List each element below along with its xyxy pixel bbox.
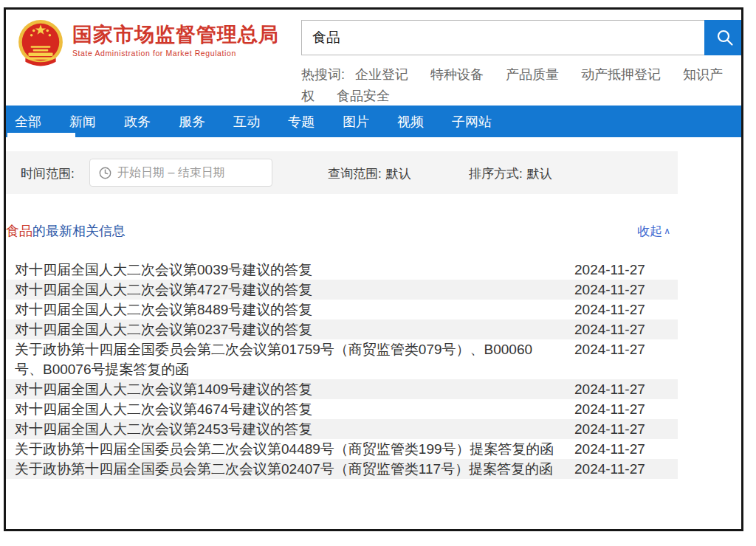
main-nav: 全部 新闻 政务 服务 互动 专题 图片 视频 子网站 [6,106,743,137]
active-tab-indicator [7,133,75,137]
result-row: 关于政协第十四届全国委员会第二次会议第04489号（商贸监管类199号）提案答复… [6,439,678,459]
national-emblem-icon [16,18,65,67]
tab-subsites[interactable]: 子网站 [452,113,492,131]
result-title[interactable]: 关于政协第十四届全国委员会第二次会议第01759号（商贸监管类079号）、B00… [6,339,556,379]
results-list: 对十四届全国人大二次会议第0039号建议的答复 2024-11-27 对十四届全… [6,260,678,479]
result-title[interactable]: 对十四届全国人大二次会议第8489号建议的答复 [6,300,556,319]
result-row: 关于政协第十四届全国委员会第二次会议第02407号（商贸监管类117号）提案答复… [6,459,678,479]
collapse-link[interactable]: 收起∧ [637,223,670,240]
result-row: 对十四届全国人大二次会议第1409号建议的答复 2024-11-27 [6,379,678,399]
result-row: 关于政协第十四届全国委员会第二次会议第01759号（商贸监管类079号）、B00… [6,339,678,379]
result-date: 2024-11-27 [556,459,678,479]
results-title-suffix: 的最新相关信息 [32,224,126,238]
hot-word-enterprise-registration[interactable]: 企业登记 [355,67,408,82]
search-input[interactable] [301,20,704,55]
tab-videos[interactable]: 视频 [397,113,424,131]
result-row: 对十四届全国人大二次会议第0237号建议的答复 2024-11-27 [6,319,678,339]
result-title[interactable]: 对十四届全国人大二次会议第0039号建议的答复 [6,260,556,280]
sort-mode-value: 默认 [527,167,552,181]
result-date: 2024-11-27 [556,439,678,459]
results-title: 食品的最新相关信息 [6,222,126,240]
tab-interaction[interactable]: 互动 [233,113,260,131]
result-title[interactable]: 对十四届全国人大二次会议第4674号建议的答复 [6,399,556,419]
tab-government-affairs[interactable]: 政务 [124,113,151,131]
hot-search-words: 热搜词:企业登记特种设备产品质量动产抵押登记知识产权食品安全 [301,64,726,107]
results-section-header: 食品的最新相关信息 收起∧ [6,222,678,240]
tab-images[interactable]: 图片 [343,113,369,131]
hot-word-food-safety[interactable]: 食品安全 [337,89,390,103]
sort-mode-control[interactable]: 排序方式:默认 [469,165,552,182]
result-row: 对十四届全国人大二次会议第0039号建议的答复 2024-11-27 [6,260,678,280]
tab-services[interactable]: 服务 [179,113,205,131]
query-scope-label: 查询范围: [328,167,382,181]
result-title[interactable]: 对十四届全国人大二次会议第2453号建议的答复 [6,419,556,439]
filter-bar: 时间范围: 开始日期 – 结束日期 查询范围:默认 排序方式:默认 [6,151,678,194]
date-range-picker[interactable]: 开始日期 – 结束日期 [89,159,272,187]
org-subtitle: State Administration for Market Regulati… [72,49,279,58]
tab-news[interactable]: 新闻 [69,113,96,131]
search-icon [715,28,735,47]
result-title[interactable]: 关于政协第十四届全国委员会第二次会议第04489号（商贸监管类199号）提案答复… [6,439,556,459]
result-date: 2024-11-27 [556,280,678,300]
result-row: 对十四届全国人大二次会议第4727号建议的答复 2024-11-27 [6,280,678,300]
window-frame: 国家市场监督管理总局 State Administration for Mark… [4,7,743,531]
chevron-up-icon: ∧ [664,226,670,236]
result-title[interactable]: 对十四届全国人大二次会议第1409号建议的答复 [6,379,556,399]
search-button[interactable] [704,20,743,55]
tab-all[interactable]: 全部 [15,113,41,131]
result-title[interactable]: 关于政协第十四届全国委员会第二次会议第02407号（商贸监管类117号）提案答复… [6,459,556,479]
hot-word-chattel-mortgage[interactable]: 动产抵押登记 [581,67,661,82]
tab-special-topics[interactable]: 专题 [288,113,315,131]
time-range-label: 时间范围: [21,165,75,182]
result-date: 2024-11-27 [556,339,678,359]
hot-word-product-quality[interactable]: 产品质量 [506,67,559,82]
hot-word-special-equipment[interactable]: 特种设备 [430,67,484,82]
org-title: 国家市场监督管理总局 [72,23,279,46]
results-keyword: 食品 [6,224,32,238]
date-range-placeholder: 开始日期 – 结束日期 [117,165,225,181]
result-date: 2024-11-27 [556,300,678,319]
result-date: 2024-11-27 [556,260,678,280]
result-row: 对十四届全国人大二次会议第4674号建议的答复 2024-11-27 [6,399,678,419]
clock-icon [99,167,111,179]
result-date: 2024-11-27 [556,379,678,399]
result-date: 2024-11-27 [556,319,678,339]
query-scope-value: 默认 [386,167,411,181]
sort-mode-label: 排序方式: [469,167,523,181]
hot-words-label: 热搜词: [301,67,345,82]
result-title[interactable]: 对十四届全国人大二次会议第4727号建议的答复 [6,280,556,300]
result-date: 2024-11-27 [556,419,678,439]
result-title[interactable]: 对十四届全国人大二次会议第0237号建议的答复 [6,319,556,339]
result-row: 对十四届全国人大二次会议第2453号建议的答复 2024-11-27 [6,419,678,439]
result-date: 2024-11-27 [556,399,678,419]
site-logo: 国家市场监督管理总局 State Administration for Mark… [72,23,279,58]
query-scope-control[interactable]: 查询范围:默认 [328,165,411,182]
result-row: 对十四届全国人大二次会议第8489号建议的答复 2024-11-27 [6,300,678,319]
